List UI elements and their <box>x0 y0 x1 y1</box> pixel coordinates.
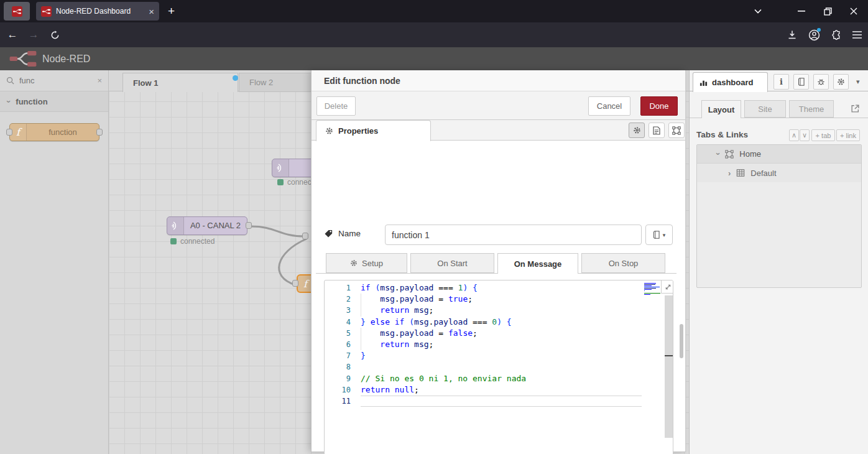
name-input[interactable] <box>385 225 642 245</box>
tree-item-default[interactable]: › Default <box>697 164 861 182</box>
tree-item-home[interactable]: › Home <box>697 145 861 164</box>
code-line[interactable]: 5 msg.payload = false; <box>325 328 642 339</box>
tab-theme[interactable]: Theme <box>789 100 834 118</box>
bug-icon <box>817 78 825 86</box>
line-number: 4 <box>325 317 361 328</box>
close-window-button[interactable] <box>843 0 864 22</box>
debug-button[interactable] <box>813 74 829 90</box>
extensions-puzzle-icon[interactable] <box>829 27 844 42</box>
expand-editor-button[interactable] <box>661 280 673 294</box>
editor-scrollbar[interactable] <box>665 295 673 438</box>
add-tab-button[interactable]: + tab <box>811 129 835 141</box>
tray-scrollbar[interactable] <box>680 324 683 358</box>
search-clear-icon[interactable]: × <box>97 76 102 85</box>
move-down-button[interactable]: ∨ <box>800 129 810 141</box>
restore-button[interactable] <box>817 0 838 22</box>
appearance-button[interactable] <box>668 123 685 138</box>
node-mqtt-a0-canal2[interactable]: A0 - CANAL 2 <box>167 216 247 235</box>
open-dashboard-icon[interactable] <box>851 104 860 113</box>
browser-tab[interactable]: Node-RED Dashboard × <box>36 2 159 21</box>
tab-site[interactable]: Site <box>744 100 786 118</box>
palette-search[interactable]: × <box>0 70 108 91</box>
dashboard-sub-tabs: Layout Site Theme <box>690 100 868 118</box>
gear-icon <box>837 78 845 86</box>
code-line[interactable]: 11 <box>325 396 642 407</box>
node-input-port <box>6 129 12 136</box>
description-button[interactable] <box>649 123 665 138</box>
tabs-links-header: Tabs & Links <box>696 130 748 139</box>
screen: Node-RED Dashboard × + ← → Ins <box>0 0 868 454</box>
code-line[interactable]: 6 return msg; <box>325 339 642 350</box>
cancel-button[interactable]: Cancel <box>588 96 630 116</box>
function-tabs: Setup On Start On Message On Stop <box>312 253 685 274</box>
code-lines[interactable]: 1if (msg.payload === 1) {2 msg.payload =… <box>325 282 642 407</box>
node-output-port[interactable] <box>246 222 252 229</box>
tab-close-icon[interactable]: × <box>149 7 154 16</box>
info-button[interactable]: i <box>773 74 789 90</box>
edit-properties-button[interactable] <box>629 123 645 138</box>
browser-menu-icon[interactable] <box>849 27 864 42</box>
back-button[interactable]: ← <box>5 27 20 42</box>
new-tab-button[interactable]: + <box>168 4 175 18</box>
pinned-tab[interactable] <box>4 2 30 21</box>
line-number: 8 <box>325 361 361 373</box>
tab-setup[interactable]: Setup <box>326 253 407 273</box>
help-button[interactable] <box>793 74 809 90</box>
account-icon[interactable] <box>806 27 821 42</box>
code-line[interactable]: 10return null; <box>325 384 642 396</box>
minimize-button[interactable] <box>791 0 812 22</box>
tab-dashboard[interactable]: dashboard <box>693 72 768 92</box>
code-text: msg.payload = true; <box>361 294 642 305</box>
tab-layout[interactable]: Layout <box>701 100 741 118</box>
tab-on-stop[interactable]: On Stop <box>581 253 665 273</box>
add-link-button[interactable]: + link <box>836 129 860 141</box>
line-number: 7 <box>325 350 361 361</box>
label-style-button[interactable]: ▾ <box>645 225 673 245</box>
function-input-port[interactable] <box>292 280 298 287</box>
code-text <box>361 361 642 373</box>
node-red-title: Node-RED <box>42 53 90 65</box>
forward-button[interactable]: → <box>26 27 41 42</box>
palette-node-function[interactable]: f function <box>9 123 99 141</box>
node-status: connected <box>170 237 215 246</box>
node-output-port <box>96 129 103 136</box>
tab-flow-1[interactable]: Flow 1 <box>122 73 238 92</box>
document-icon <box>653 126 660 135</box>
tab-list-chevron-icon[interactable] <box>747 0 769 22</box>
code-editor[interactable]: 1if (msg.payload === 1) {2 msg.payload =… <box>324 280 673 454</box>
palette-search-input[interactable] <box>19 76 92 85</box>
palette-category-function[interactable]: › function <box>0 91 108 112</box>
hidden-node-port[interactable] <box>302 233 308 239</box>
code-line[interactable]: 3 return msg; <box>325 305 642 316</box>
code-line[interactable]: 4} else if (msg.payload === 0) { <box>325 317 642 328</box>
code-line[interactable]: 1if (msg.payload === 1) { <box>325 282 642 294</box>
group-frame-icon <box>672 126 681 135</box>
tray-header: Edit function node <box>312 70 685 91</box>
downloads-icon[interactable] <box>785 27 800 42</box>
code-line[interactable]: 9// Si no es 0 ni 1, no enviar nada <box>325 373 642 384</box>
wifi-icon <box>167 217 184 234</box>
sidebar-caret-icon[interactable]: ▾ <box>856 78 860 86</box>
line-number: 1 <box>325 282 361 294</box>
settings-button[interactable] <box>833 74 849 90</box>
code-line[interactable]: 8 <box>325 361 642 373</box>
account-badge <box>817 28 821 32</box>
line-number: 9 <box>325 373 361 384</box>
line-number: 3 <box>325 305 361 316</box>
tab-on-message[interactable]: On Message <box>497 253 578 274</box>
move-up-button[interactable]: ∧ <box>789 129 799 141</box>
code-line[interactable]: 7} <box>325 350 642 361</box>
chevron-right-icon[interactable]: › <box>728 169 731 178</box>
tab-title: Node-RED Dashboard <box>56 7 144 16</box>
code-line[interactable]: 2 msg.payload = true; <box>325 294 642 305</box>
tabs-links-tree: › Home › Default <box>696 144 862 288</box>
done-button[interactable]: Done <box>640 96 678 116</box>
tab-on-start[interactable]: On Start <box>410 253 494 273</box>
chevron-down-icon[interactable]: › <box>714 152 723 155</box>
delete-button[interactable]: Delete <box>316 96 356 116</box>
tab-properties[interactable]: Properties <box>316 120 431 141</box>
minimap[interactable] <box>644 283 662 299</box>
code-text <box>361 396 642 407</box>
reload-button[interactable] <box>47 27 62 42</box>
browser-navbar: ← → Inseguro http://52.23.214.138:1880/#… <box>0 22 868 47</box>
